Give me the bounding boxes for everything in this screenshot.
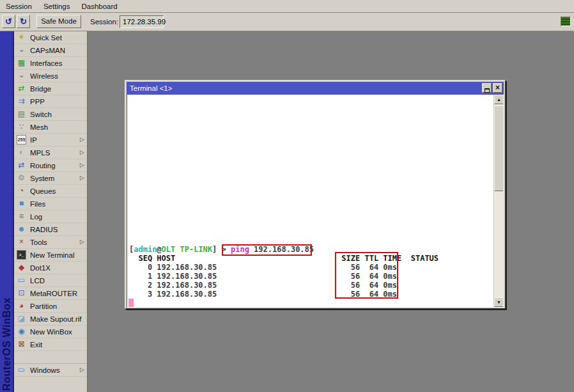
sidebar-separator <box>14 351 87 364</box>
vertical-scrollbar[interactable]: ▲ ▼ <box>493 95 503 307</box>
sidebar-item-label: MPLS <box>30 149 50 157</box>
brand-strip: RouterOS WinBox <box>0 31 14 392</box>
wand-icon: ✶ <box>17 33 26 42</box>
redo-button[interactable]: ↻ <box>17 15 30 28</box>
sidebar: RouterOS WinBox ✶Quick Set◒CAPsMAN▦Inter… <box>0 31 88 392</box>
sidebar-item-lcd[interactable]: ▭LCD <box>14 274 87 287</box>
sidebar-item-label: Tools <box>30 239 47 246</box>
terminal-window: Terminal <1> × [admin@OLT TP-LINK] > pin… <box>125 80 506 309</box>
scroll-down-icon: ▼ <box>497 300 501 304</box>
exit-icon: ⊠ <box>17 340 26 349</box>
scroll-down-button[interactable]: ▼ <box>494 297 504 307</box>
sidebar-item-label: Switch <box>30 111 52 118</box>
sidebar-item-radius[interactable]: ☻RADIUS <box>14 223 87 236</box>
sidebar-item-files[interactable]: ■Files <box>14 198 87 210</box>
sidebar-item-routing[interactable]: ⇄Routing▷ <box>14 159 87 172</box>
globe-icon: ◉ <box>17 327 26 336</box>
sidebar-item-quick-set[interactable]: ✶Quick Set <box>14 31 87 44</box>
sidebar-item-metarouter[interactable]: ⊡MetaROUTER <box>14 287 87 300</box>
bridge-icon: ⇄ <box>17 84 26 93</box>
sidebar-item-tools[interactable]: ×Tools▷ <box>14 236 87 249</box>
submenu-arrow-icon: ▷ <box>80 149 84 155</box>
menu-item-session[interactable]: Session <box>0 1 38 13</box>
sidebar-item-new-terminal[interactable]: >_New Terminal <box>14 249 87 262</box>
sidebar-item-mesh[interactable]: ∵Mesh <box>14 121 87 134</box>
menu-item-settings[interactable]: Settings <box>38 1 76 13</box>
sidebar-item-label: LCD <box>30 277 45 285</box>
terminal-content[interactable]: [admin@OLT TP-LINK] > ping 192.168.30.85… <box>127 94 504 308</box>
sidebar-item-bridge[interactable]: ⇄Bridge <box>14 82 87 95</box>
folder-icon: ■ <box>17 199 26 208</box>
scroll-up-button[interactable]: ▲ <box>494 95 504 104</box>
sidebar-item-label: Windows <box>30 366 60 374</box>
gear-icon: ⚙ <box>17 173 26 183</box>
antenna-icon: ◒ <box>17 71 26 81</box>
user-key-icon: ☻ <box>17 224 26 234</box>
routing-icon: ⇄ <box>17 161 26 170</box>
sidebar-item-system[interactable]: ⚙System▷ <box>14 172 87 185</box>
sidebar-item-label: Routing <box>30 162 56 169</box>
pie-icon: ◕ <box>17 301 26 311</box>
dot1x-icon: ◆ <box>17 263 26 272</box>
sidebar-item-log[interactable]: ≡Log <box>14 210 87 223</box>
gauge-icon: ◔ <box>17 186 26 196</box>
scroll-up-icon: ▲ <box>497 97 501 102</box>
sidebar-item-queues[interactable]: ◔Queues <box>14 185 87 198</box>
annotation-stats-columns <box>335 252 398 299</box>
ppp-icon: ⇉ <box>17 97 26 106</box>
sidebar-item-label: System <box>30 175 54 182</box>
sidebar-item-ip[interactable]: 255IP▷ <box>14 134 87 146</box>
redo-icon: ↻ <box>20 17 27 26</box>
sidebar-item-label: IP <box>30 136 37 144</box>
sidebar-item-windows[interactable]: ▭Windows▷ <box>14 364 87 377</box>
ip-255-icon: 255 <box>17 135 26 145</box>
sidebar-item-capsman[interactable]: ◒CAPsMAN <box>14 44 87 57</box>
sidebar-item-switch[interactable]: ▤Switch <box>14 108 87 121</box>
menu-item-dashboard[interactable]: Dashboard <box>75 1 123 13</box>
traffic-indicator-icon <box>561 17 571 26</box>
sidebar-item-label: PPP <box>30 98 45 106</box>
sidebar-item-label: New Terminal <box>30 251 74 259</box>
sidebar-item-label: RADIUS <box>30 226 58 233</box>
submenu-arrow-icon: ▷ <box>80 136 84 143</box>
close-icon: × <box>495 83 500 92</box>
menu-bar: SessionSettingsDashboard <box>0 0 574 13</box>
sidebar-item-exit[interactable]: ⊠Exit <box>14 338 87 351</box>
antenna-icon: ◒ <box>17 45 26 55</box>
scrollbar-thumb[interactable] <box>494 106 504 191</box>
tools-icon: × <box>17 237 26 247</box>
submenu-arrow-icon: ▷ <box>80 366 84 373</box>
terminal-titlebar[interactable]: Terminal <1> × <box>127 82 504 94</box>
maximize-button[interactable] <box>482 83 492 93</box>
safe-mode-button[interactable]: Safe Mode <box>36 15 81 28</box>
monitor-icon: ⊡ <box>17 288 26 298</box>
sidebar-item-mpls[interactable]: ◐MPLS▷ <box>14 146 87 159</box>
sidebar-menu: ✶Quick Set◒CAPsMAN▦Interfaces◒Wireless⇄B… <box>14 31 88 392</box>
brand-vertical-text: RouterOS WinBox <box>1 297 13 391</box>
sidebar-item-label: Partition <box>30 302 57 310</box>
sidebar-item-make-supout-rif[interactable]: ◪Make Supout.rif <box>14 313 87 325</box>
sidebar-item-label: Queues <box>30 187 56 195</box>
terminal-title: Terminal <1> <box>127 84 172 92</box>
sidebar-item-wireless[interactable]: ◒Wireless <box>14 70 87 82</box>
undo-icon: ↺ <box>5 17 12 26</box>
sidebar-item-new-winbox[interactable]: ◉New WinBox <box>14 325 87 338</box>
undo-button[interactable]: ↺ <box>2 15 15 28</box>
sidebar-item-label: Wireless <box>30 72 58 80</box>
submenu-arrow-icon: ▷ <box>80 239 84 245</box>
mesh-icon: ∵ <box>17 122 26 132</box>
sidebar-item-interfaces[interactable]: ▦Interfaces <box>14 57 87 70</box>
sidebar-item-dot1x[interactable]: ◆Dot1X <box>14 262 87 274</box>
sidebar-item-ppp[interactable]: ⇉PPP <box>14 95 87 108</box>
session-label: Session: <box>90 18 118 26</box>
sidebar-item-label: Interfaces <box>30 59 63 67</box>
sidebar-item-label: MetaROUTER <box>30 290 77 297</box>
annotation-ping-command <box>222 244 312 256</box>
close-button[interactable]: × <box>493 83 502 93</box>
session-input[interactable]: 172.28.35.99 <box>120 15 164 28</box>
lcd-icon: ▭ <box>17 276 26 285</box>
sidebar-item-label: New WinBox <box>30 328 72 336</box>
sidebar-item-partition[interactable]: ◕Partition <box>14 300 87 313</box>
maximize-icon <box>485 88 490 93</box>
sidebar-item-label: Exit <box>30 341 42 349</box>
